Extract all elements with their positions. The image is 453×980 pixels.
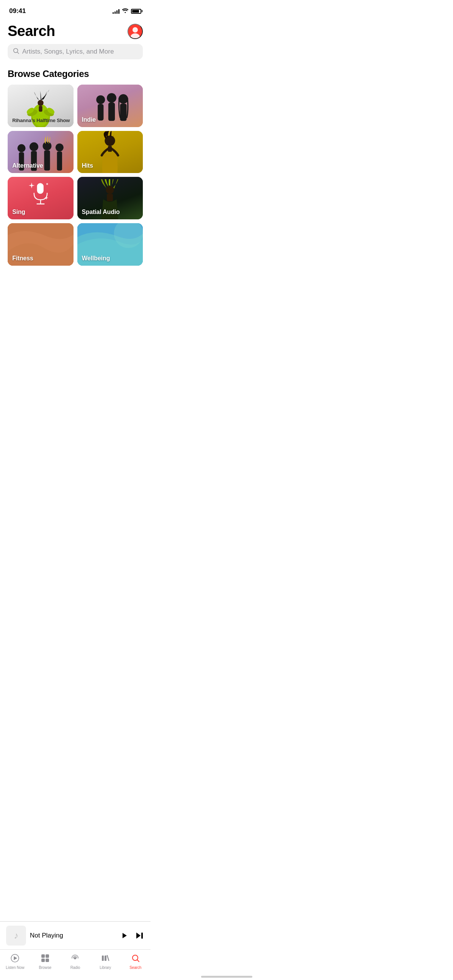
main-content: Search Artists, Songs, Lyrics, and More: [0, 19, 150, 327]
search-bar[interactable]: Artists, Songs, Lyrics, and More: [8, 44, 143, 59]
svg-point-27: [105, 136, 115, 146]
category-card-alternative[interactable]: Alternative: [8, 131, 74, 173]
card-label: Sing: [12, 209, 25, 216]
svg-rect-8: [39, 106, 42, 111]
category-card-hits[interactable]: Hits: [77, 131, 143, 173]
category-card-wellbeing[interactable]: Wellbeing: [77, 223, 143, 266]
account-avatar-button[interactable]: [128, 24, 143, 39]
svg-point-34: [106, 186, 114, 194]
battery-icon: [131, 9, 141, 14]
status-icons: [113, 8, 141, 15]
search-icon: [13, 48, 19, 56]
svg-rect-18: [120, 103, 127, 121]
card-label: Alternative: [12, 162, 43, 169]
svg-point-17: [119, 94, 128, 104]
card-label: Indie: [82, 116, 96, 123]
svg-point-23: [43, 142, 51, 150]
svg-point-3: [14, 49, 18, 53]
signal-icon: [113, 8, 119, 14]
svg-point-13: [96, 95, 105, 104]
svg-line-4: [18, 52, 19, 54]
svg-point-29: [46, 183, 48, 185]
svg-rect-26: [57, 152, 62, 171]
svg-point-19: [18, 144, 26, 152]
status-bar: 09:41: [0, 0, 150, 19]
svg-point-15: [107, 93, 116, 103]
card-label: Wellbeing: [82, 255, 110, 262]
mic-icon-container: [27, 180, 54, 206]
browse-section: Browse Categories: [0, 65, 150, 266]
category-card-indie[interactable]: Indie: [77, 85, 143, 127]
status-time: 09:41: [9, 7, 26, 15]
svg-point-25: [56, 144, 64, 152]
card-label: Spatial Audio: [82, 209, 120, 216]
svg-rect-16: [108, 103, 115, 121]
svg-point-21: [29, 142, 38, 151]
avatar: [128, 24, 142, 38]
svg-rect-30: [37, 183, 43, 194]
category-card-halftime[interactable]: Rihanna's Halftime Show: [8, 85, 74, 127]
categories-grid: Rihanna's Halftime Show: [8, 85, 143, 266]
page-title: Search: [8, 23, 55, 39]
category-card-spatial[interactable]: Spatial Audio: [77, 177, 143, 219]
card-label: Hits: [82, 162, 93, 169]
search-bar-container: Artists, Songs, Lyrics, and More: [0, 42, 150, 65]
card-label: Fitness: [12, 255, 33, 262]
search-placeholder-text: Artists, Songs, Lyrics, and More: [22, 48, 114, 56]
svg-point-7: [38, 100, 43, 106]
category-card-fitness[interactable]: Fitness: [8, 223, 74, 266]
svg-point-1: [132, 27, 138, 33]
card-label: Rihanna's Halftime Show: [12, 118, 70, 123]
page-header: Search: [0, 19, 150, 42]
wifi-icon: [122, 8, 129, 15]
svg-rect-33: [107, 194, 113, 201]
svg-rect-14: [98, 104, 103, 120]
category-card-sing[interactable]: Sing: [8, 177, 74, 219]
svg-rect-24: [44, 150, 50, 171]
browse-categories-title: Browse Categories: [8, 69, 143, 79]
